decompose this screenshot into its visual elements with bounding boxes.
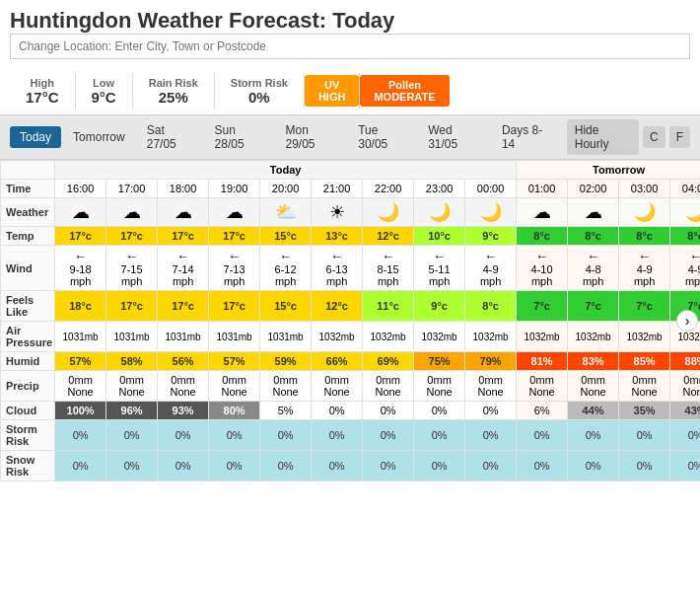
feels-row-cell-5: 12°c (312, 291, 363, 322)
tab-tue[interactable]: Tue 30/05 (348, 119, 416, 155)
weather-row-cell-9: ☁ (517, 198, 568, 227)
pressure-row-cell-2: 1031mb (158, 322, 209, 352)
feels-row-cell-0: 18°c (55, 291, 106, 322)
weather-row-cell-0: ☁ (55, 198, 106, 227)
tab-bar: Today Tomorrow Sat 27/05 Sun 28/05 Mon 2… (0, 114, 700, 160)
feels-row-cell-4: 15°c (260, 291, 312, 322)
feels-row-label: FeelsLike (1, 291, 55, 322)
precip-row-cell-4: 0mmNone (260, 371, 312, 402)
humid-row-cell-0: 57% (55, 352, 106, 371)
pressure-row-cell-6: 1032mb (363, 322, 414, 352)
feels-row-cell-9: 7°c (517, 291, 568, 322)
time-row-cell-10: 02:00 (568, 180, 619, 198)
cloud-row-cell-7: 0% (414, 402, 465, 420)
time-row-cell-9: 01:00 (517, 180, 568, 198)
tab-sun[interactable]: Sun 28/05 (205, 119, 274, 155)
snow-row-cell-12: 0% (670, 451, 700, 481)
temp-row-cell-1: 17°c (106, 227, 158, 246)
tab-wed[interactable]: Wed 31/05 (418, 119, 490, 155)
tab-sat[interactable]: Sat 27/05 (137, 119, 203, 155)
today-header: Today (55, 161, 517, 180)
humid-row-cell-10: 83% (568, 352, 619, 371)
precip-row-cell-10: 0mmNone (568, 371, 619, 402)
time-row-cell-7: 23:00 (414, 180, 465, 198)
snow-row-cell-0: 0% (55, 451, 106, 481)
temp-row-cell-9: 8°c (517, 227, 568, 246)
cloud-row-cell-6: 0% (363, 402, 414, 420)
storm-row-cell-8: 0% (465, 420, 517, 451)
feels-row-cell-7: 9°c (414, 291, 465, 322)
weather-row-cell-12: 🌙 (670, 198, 700, 227)
low-label: Low (92, 77, 116, 89)
storm-row-cell-4: 0% (260, 420, 312, 451)
tab-tomorrow[interactable]: Tomorrow (63, 126, 135, 148)
pressure-row-cell-5: 1032mb (312, 322, 363, 352)
high-value: 17°C (26, 89, 59, 106)
hide-hourly-button[interactable]: Hide Hourly (567, 119, 639, 155)
humid-row-cell-9: 81% (517, 352, 568, 371)
wind-row-cell-4: ←6-12mph (260, 246, 312, 291)
humid-row-label: Humid (1, 352, 55, 371)
snow-row-cell-3: 0% (209, 451, 260, 481)
pressure-row-cell-4: 1031mb (260, 322, 312, 352)
next-arrow[interactable]: › (676, 310, 698, 332)
wind-row-cell-11: ←4-9mph (619, 246, 670, 291)
cloud-row-label: Cloud (1, 402, 55, 420)
header: Huntingdon Weather Forecast: Today (0, 0, 700, 69)
location-input[interactable] (10, 34, 690, 59)
storm-row-cell-11: 0% (619, 420, 670, 451)
tab-today[interactable]: Today (10, 126, 61, 148)
time-row-cell-6: 22:00 (363, 180, 414, 198)
temp-row-cell-12: 8°c (670, 227, 700, 246)
humid-row-cell-3: 57% (209, 352, 260, 371)
weather-row-cell-1: ☁ (106, 198, 158, 227)
storm-row-label: StormRisk (1, 420, 55, 451)
feels-row-cell-10: 7°c (568, 291, 619, 322)
temp-row-cell-10: 8°c (568, 227, 619, 246)
wind-row-cell-8: ←4-9mph (465, 246, 517, 291)
humid-row-cell-7: 75% (414, 352, 465, 371)
celsius-button[interactable]: C (643, 126, 665, 148)
cloud-row-cell-12: 43% (670, 402, 700, 420)
time-row-label: Time (1, 180, 55, 198)
pressure-row-cell-7: 1032mb (414, 322, 465, 352)
time-row-cell-1: 17:00 (106, 180, 158, 198)
snow-row-cell-7: 0% (414, 451, 465, 481)
humid-row-cell-4: 59% (260, 352, 312, 371)
temp-row-cell-5: 13°c (312, 227, 363, 246)
fahrenheit-button[interactable]: F (669, 126, 690, 148)
temp-row: Temp17°c17°c17°c17°c15°c13°c12°c10°c9°c8… (1, 227, 701, 246)
wind-row-cell-10: ←4-8mph (568, 246, 619, 291)
weather-row-cell-2: ☁ (158, 198, 209, 227)
wind-row-cell-0: ←9-18mph (55, 246, 106, 291)
storm-row-cell-1: 0% (106, 420, 158, 451)
precip-row-cell-1: 0mmNone (106, 371, 158, 402)
precip-row-label: Precip (1, 371, 55, 402)
pressure-row-cell-11: 1032mb (619, 322, 670, 352)
storm-row-cell-5: 0% (312, 420, 363, 451)
weather-row-cell-8: 🌙 (465, 198, 517, 227)
feels-row: FeelsLike18°c17°c17°c17°c15°c12°c11°c9°c… (1, 291, 701, 322)
humid-row-cell-5: 66% (312, 352, 363, 371)
snow-row-cell-9: 0% (517, 451, 568, 481)
wind-row-cell-9: ←4-10mph (517, 246, 568, 291)
precip-row-cell-3: 0mmNone (209, 371, 260, 402)
humid-row-cell-12: 88% (670, 352, 700, 371)
time-row-cell-4: 20:00 (260, 180, 312, 198)
precip-row-cell-11: 0mmNone (619, 371, 670, 402)
tab-days[interactable]: Days 8-14 (492, 119, 561, 155)
feels-row-cell-8: 8°c (465, 291, 517, 322)
wind-row-cell-3: ←7-13mph (209, 246, 260, 291)
pressure-row-cell-1: 1031mb (106, 322, 158, 352)
humid-row-cell-2: 56% (158, 352, 209, 371)
weather-row-cell-7: 🌙 (414, 198, 465, 227)
storm-value: 0% (231, 89, 288, 106)
pressure-row: AirPressure1031mb1031mb1031mb1031mb1031m… (1, 322, 701, 352)
precip-row-cell-5: 0mmNone (312, 371, 363, 402)
tab-mon[interactable]: Mon 29/05 (275, 119, 346, 155)
humid-row: Humid57%58%56%57%59%66%69%75%79%81%83%85… (1, 352, 701, 371)
storm-row-cell-12: 0% (670, 420, 700, 451)
temp-row-cell-0: 17°c (55, 227, 106, 246)
tomorrow-header: Tomorrow (517, 161, 700, 180)
snow-row-cell-8: 0% (465, 451, 517, 481)
